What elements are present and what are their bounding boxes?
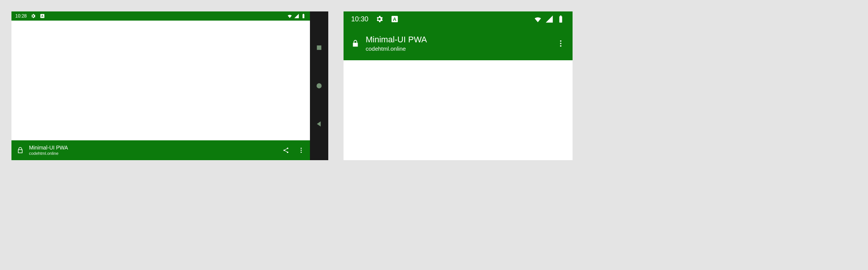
wifi-icon: [287, 13, 292, 19]
status-left-cluster: 10:30 A: [351, 15, 399, 23]
battery-icon: [557, 15, 565, 23]
app-url: codehtml.online: [366, 45, 557, 53]
status-time: 10:30: [351, 15, 368, 23]
gear-icon: [31, 13, 36, 19]
webview-content[interactable]: [344, 60, 573, 160]
home-button[interactable]: [315, 82, 323, 90]
svg-rect-8: [317, 45, 321, 50]
app-title: Minimal-UI PWA: [366, 34, 557, 45]
pwa-titles: Minimal-UI PWA codehtml.online: [29, 145, 282, 156]
wifi-icon: [534, 15, 542, 23]
cellular-icon: [545, 15, 553, 23]
svg-point-5: [301, 148, 302, 149]
pwa-actions: [282, 147, 305, 154]
text-badge-icon: A: [390, 15, 399, 23]
svg-point-9: [316, 83, 321, 88]
svg-point-6: [301, 150, 302, 151]
lock-icon: [351, 39, 360, 48]
pwa-title-bar: Minimal-UI PWA codehtml.online: [11, 140, 310, 160]
svg-text:A: A: [41, 14, 44, 18]
svg-text:A: A: [393, 16, 396, 22]
share-icon[interactable]: [282, 147, 289, 154]
gear-icon: [375, 15, 384, 23]
lock-icon: [17, 147, 24, 154]
battery-icon: [301, 13, 306, 19]
pwa-titles: Minimal-UI PWA codehtml.online: [366, 34, 557, 53]
status-left-cluster: 10:28 A: [15, 13, 45, 19]
device-landscape-screen: 10:28 A: [11, 11, 310, 160]
status-right-cluster: [534, 15, 565, 23]
status-bar[interactable]: 10:28 A: [11, 11, 310, 21]
more-menu-icon[interactable]: [557, 39, 565, 48]
overview-button[interactable]: [315, 44, 323, 51]
text-badge-icon: A: [40, 13, 45, 19]
system-navigation-bar: [310, 11, 328, 160]
app-title: Minimal-UI PWA: [29, 145, 282, 151]
pwa-title-bar: Minimal-UI PWA codehtml.online: [344, 27, 573, 60]
status-right-cluster: [287, 13, 306, 19]
app-url: codehtml.online: [29, 151, 282, 156]
status-time: 10:28: [15, 13, 27, 19]
device-landscape: 10:28 A: [11, 11, 328, 160]
status-bar[interactable]: 10:30 A: [344, 11, 573, 27]
svg-point-7: [301, 152, 302, 153]
svg-point-12: [560, 40, 561, 42]
svg-point-14: [560, 45, 561, 47]
device-portrait: 10:30 A Minimal-UI PWA code: [344, 11, 573, 160]
cellular-icon: [294, 13, 299, 19]
pwa-actions: [557, 39, 565, 48]
webview-content[interactable]: [11, 21, 310, 140]
svg-point-13: [560, 43, 561, 44]
more-menu-icon[interactable]: [298, 147, 305, 154]
back-button[interactable]: [315, 120, 323, 128]
